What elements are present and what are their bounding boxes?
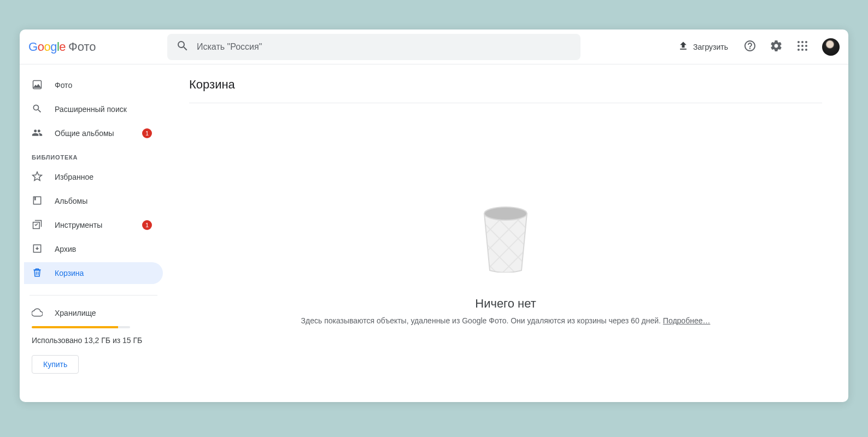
svg-point-6: [797, 49, 800, 51]
main-content: Корзина Ничего нет: [163, 64, 848, 402]
learn-more-link[interactable]: Подробнее…: [663, 316, 711, 325]
sidebar-item-albums[interactable]: Альбомы: [24, 190, 163, 212]
svg-point-0: [797, 41, 800, 43]
divider: [30, 295, 157, 296]
sidebar-item-photos[interactable]: Фото: [24, 74, 163, 96]
app-name: Фото: [68, 40, 96, 54]
svg-point-2: [805, 41, 807, 43]
sidebar: Фото Расширенный поиск Общие альбомы 1 Б…: [20, 64, 163, 402]
sidebar-item-explore[interactable]: Расширенный поиск: [24, 98, 163, 120]
storage-progress: [32, 326, 130, 328]
archive-icon: [32, 243, 43, 256]
sidebar-item-sharing[interactable]: Общие альбомы 1: [24, 122, 163, 144]
body: Фото Расширенный поиск Общие альбомы 1 Б…: [20, 64, 848, 402]
storage-used-text: Использовано 13,2 ГБ из 15 ГБ: [32, 335, 155, 346]
photo-icon: [32, 79, 43, 92]
avatar[interactable]: [822, 38, 840, 56]
buy-storage-button[interactable]: Купить: [32, 355, 79, 374]
empty-state: Ничего нет Здесь показываются объекты, у…: [189, 202, 822, 325]
upload-label: Загрузить: [693, 43, 728, 51]
sidebar-item-archive[interactable]: Архив: [24, 238, 163, 260]
people-icon: [32, 127, 43, 140]
sidebar-item-label: Альбомы: [55, 197, 87, 205]
search-icon: [176, 39, 189, 55]
help-button[interactable]: [739, 36, 761, 58]
header-actions: Загрузить: [671, 36, 840, 58]
svg-point-4: [801, 45, 804, 47]
search-bar[interactable]: [167, 34, 580, 60]
notification-badge: 1: [142, 220, 152, 230]
svg-point-7: [801, 49, 804, 51]
sidebar-item-label: Корзина: [55, 269, 84, 277]
empty-trash-illustration: [481, 202, 530, 275]
trash-icon: [32, 267, 43, 280]
logo[interactable]: Google Фото: [28, 40, 163, 54]
settings-button[interactable]: [765, 36, 787, 58]
help-icon: [743, 39, 756, 55]
cloud-icon: [32, 307, 43, 320]
sidebar-item-label: Инструменты: [55, 221, 102, 229]
apps-button[interactable]: [791, 36, 813, 58]
sidebar-item-label: Архив: [55, 245, 76, 253]
notification-badge: 1: [142, 128, 152, 138]
upload-button[interactable]: Загрузить: [671, 36, 735, 57]
sidebar-item-label: Избранное: [55, 173, 93, 181]
google-logo: Google: [28, 40, 66, 54]
album-icon: [32, 195, 43, 208]
empty-state-description: Здесь показываются объекты, удаленные из…: [301, 316, 711, 325]
header: Google Фото Загрузить: [20, 29, 848, 64]
upload-icon: [678, 40, 689, 53]
page-title: Корзина: [189, 78, 822, 103]
empty-state-title: Ничего нет: [475, 297, 536, 311]
star-icon: [32, 171, 43, 184]
app-window: Google Фото Загрузить: [20, 29, 848, 402]
search-input[interactable]: [197, 42, 572, 52]
svg-point-8: [805, 49, 807, 51]
svg-point-3: [797, 45, 800, 47]
svg-point-10: [484, 207, 527, 220]
storage-label: Хранилище: [55, 309, 96, 317]
sidebar-item-trash[interactable]: Корзина: [24, 262, 163, 284]
svg-point-5: [805, 45, 807, 47]
utilities-icon: [32, 219, 43, 232]
storage-block: Хранилище Использовано 13,2 ГБ из 15 ГБ …: [24, 302, 163, 374]
sidebar-item-label: Фото: [55, 81, 72, 90]
sidebar-section-label: БИБЛИОТЕКА: [24, 145, 163, 165]
apps-grid-icon: [796, 39, 809, 55]
sidebar-item-label: Расширенный поиск: [55, 105, 127, 114]
svg-point-1: [801, 41, 804, 43]
sidebar-item-storage[interactable]: Хранилище: [32, 302, 155, 324]
search-icon: [32, 103, 43, 116]
gear-icon: [770, 39, 783, 55]
storage-progress-fill: [32, 326, 118, 328]
sidebar-item-label: Общие альбомы: [55, 129, 114, 138]
sidebar-item-favorites[interactable]: Избранное: [24, 166, 163, 188]
sidebar-item-utilities[interactable]: Инструменты 1: [24, 214, 163, 236]
